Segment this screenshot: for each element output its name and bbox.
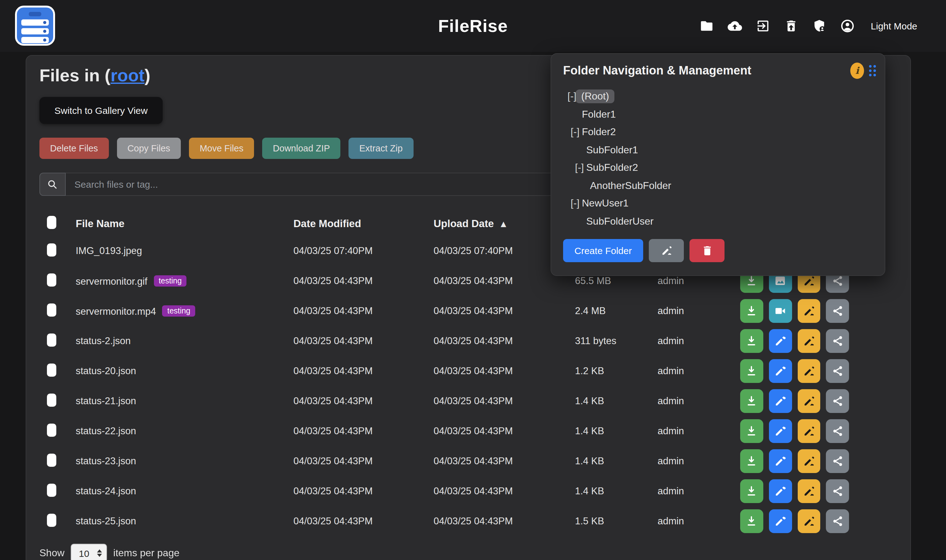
download-button[interactable] — [740, 419, 763, 443]
date-modified-cell: 04/03/25 04:43PM — [287, 275, 427, 286]
bulk-action-button[interactable]: Move Files — [189, 138, 254, 159]
file-name[interactable]: status-23.json — [76, 455, 136, 466]
share-button[interactable] — [826, 419, 849, 443]
folder-tree-item[interactable]: [-] NewUser1 — [551, 195, 885, 212]
folder-tree-item[interactable]: SubFolder1 — [551, 141, 885, 159]
share-button[interactable] — [826, 299, 849, 323]
drag-handle-icon[interactable] — [869, 65, 876, 76]
preview-or-edit-button[interactable] — [769, 419, 792, 443]
file-name[interactable]: status-24.json — [76, 486, 136, 496]
folder-tree-item[interactable]: [-] Folder2 — [551, 123, 885, 141]
col-upload-date[interactable]: Upload Date▲ — [427, 217, 569, 229]
row-actions — [734, 329, 849, 353]
share-button[interactable] — [826, 329, 849, 353]
select-all-checkbox[interactable] — [47, 215, 56, 229]
share-button[interactable] — [826, 389, 849, 413]
delete-folder-button[interactable] — [689, 239, 724, 262]
row-checkbox[interactable] — [47, 513, 56, 526]
tree-folder-label[interactable]: SubFolderUser — [586, 216, 654, 227]
file-name[interactable]: IMG_0193.jpeg — [76, 245, 142, 256]
download-button[interactable] — [740, 449, 763, 473]
rename-button[interactable] — [797, 509, 821, 533]
preview-or-edit-button[interactable] — [769, 389, 792, 413]
row-checkbox[interactable] — [47, 483, 56, 497]
row-checkbox[interactable] — [47, 273, 56, 286]
folder-icon[interactable] — [700, 19, 714, 33]
bulk-action-button[interactable]: Delete Files — [39, 138, 109, 159]
file-name[interactable]: servermonitor.gif — [76, 275, 147, 286]
share-button[interactable] — [826, 479, 849, 503]
tree-toggle[interactable]: [-] — [571, 127, 582, 138]
preview-or-edit-button[interactable] — [769, 329, 792, 353]
upload-date-cell: 04/03/25 04:43PM — [427, 305, 569, 317]
rename-button[interactable] — [797, 479, 821, 503]
rename-button[interactable] — [797, 329, 821, 353]
file-name[interactable]: servermonitor.mp4 — [76, 306, 156, 316]
row-checkbox[interactable] — [47, 303, 56, 316]
row-checkbox[interactable] — [47, 243, 56, 256]
row-checkbox[interactable] — [47, 393, 56, 406]
folder-tree-item[interactable]: AnotherSubFolder — [551, 177, 885, 195]
root-folder-link[interactable]: root — [111, 66, 145, 85]
share-button[interactable] — [826, 359, 849, 383]
preview-or-edit-button[interactable] — [769, 479, 792, 503]
folder-tree-item[interactable]: Folder1 — [551, 105, 885, 123]
download-button[interactable] — [740, 299, 763, 323]
logout-icon[interactable] — [756, 19, 770, 33]
tree-folder-label[interactable]: NewUser1 — [582, 198, 629, 209]
rename-button[interactable] — [797, 389, 821, 413]
preview-or-edit-button[interactable] — [769, 299, 792, 323]
tree-folder-label[interactable]: Folder2 — [582, 127, 616, 138]
file-name[interactable]: status-20.json — [76, 365, 136, 376]
admin-shield-icon[interactable] — [812, 19, 826, 33]
row-checkbox[interactable] — [47, 363, 56, 376]
download-button[interactable] — [740, 479, 763, 503]
download-button[interactable] — [740, 359, 763, 383]
bulk-action-button[interactable]: Download ZIP — [262, 138, 340, 159]
preview-or-edit-button[interactable] — [769, 509, 792, 533]
folder-tree-item[interactable]: [-] (Root) — [551, 88, 885, 105]
folder-tree-item[interactable]: SubFolderUser — [551, 212, 885, 230]
folder-tree-item[interactable]: [-] SubFolder2 — [551, 159, 885, 177]
row-checkbox[interactable] — [47, 333, 56, 346]
bulk-action-button[interactable]: Copy Files — [117, 138, 181, 159]
download-button[interactable] — [740, 509, 763, 533]
row-checkbox[interactable] — [47, 453, 56, 466]
cloud-upload-icon[interactable] — [728, 19, 742, 33]
share-button[interactable] — [826, 509, 849, 533]
download-button[interactable] — [740, 389, 763, 413]
rename-button[interactable] — [797, 449, 821, 473]
col-date-modified[interactable]: Date Modified — [287, 217, 427, 229]
row-checkbox[interactable] — [47, 423, 56, 437]
tree-folder-label[interactable]: SubFolder2 — [586, 162, 638, 174]
rename-folder-button[interactable] — [649, 239, 684, 262]
theme-toggle[interactable]: Light Mode — [871, 21, 917, 31]
file-name[interactable]: status-2.json — [76, 335, 131, 346]
share-button[interactable] — [826, 449, 849, 473]
file-size-cell: 1.4 KB — [569, 455, 651, 467]
tree-folder-label[interactable]: AnotherSubFolder — [590, 180, 671, 191]
preview-or-edit-button[interactable] — [769, 359, 792, 383]
rename-button[interactable] — [797, 299, 821, 323]
bulk-action-button[interactable]: Extract Zip — [349, 138, 414, 159]
file-name[interactable]: status-21.json — [76, 395, 136, 406]
rename-icon — [803, 515, 815, 528]
info-icon[interactable]: i — [850, 63, 864, 79]
rename-button[interactable] — [797, 359, 821, 383]
tree-folder-label[interactable]: SubFolder1 — [586, 145, 638, 156]
rename-button[interactable] — [797, 419, 821, 443]
switch-gallery-view-button[interactable]: Switch to Gallery View — [39, 97, 163, 124]
account-icon[interactable] — [840, 19, 855, 33]
tree-toggle[interactable]: [-] — [575, 162, 586, 174]
tree-toggle[interactable]: [-] — [571, 198, 582, 209]
download-button[interactable] — [740, 329, 763, 353]
file-name[interactable]: status-25.json — [76, 515, 136, 526]
preview-or-edit-button[interactable] — [769, 449, 792, 473]
tree-folder-label[interactable]: Folder1 — [582, 109, 616, 120]
tree-folder-label[interactable]: (Root) — [575, 90, 615, 103]
restore-trash-icon[interactable] — [784, 19, 798, 33]
file-name[interactable]: status-22.json — [76, 426, 136, 436]
items-per-page-select[interactable]: 10 — [71, 544, 107, 560]
col-file-name[interactable]: File Name — [69, 217, 287, 229]
create-folder-button[interactable]: Create Folder — [563, 239, 643, 262]
